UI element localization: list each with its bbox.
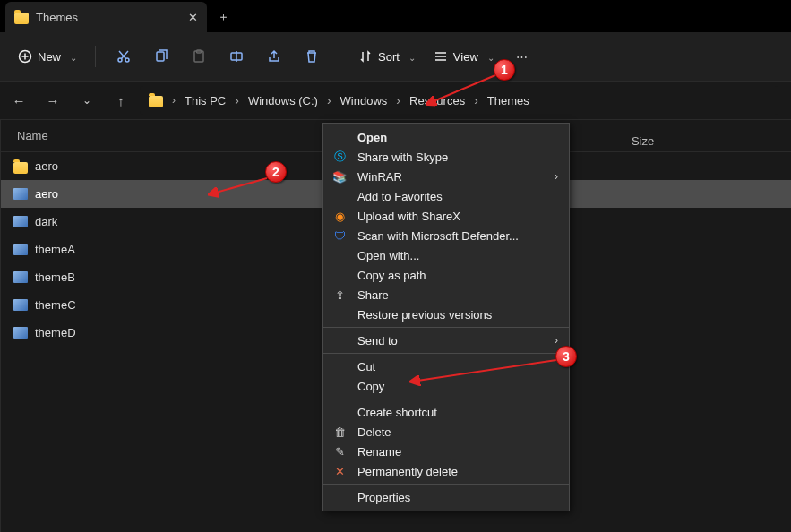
menu-share-skype[interactable]: ⓈShare with Skype [323,147,569,167]
menu-add-favorites[interactable]: Add to Favorites [323,186,569,206]
menu-create-shortcut[interactable]: Create shortcut [323,402,569,422]
skype-icon: Ⓢ [331,149,348,165]
sort-icon [358,49,373,64]
menu-send-to[interactable]: Send to› [323,330,569,350]
svg-line-7 [427,75,495,104]
copy-button[interactable] [146,41,176,72]
menu-winrar[interactable]: 📚WinRAR› [323,167,569,186]
callout-2: 2 [265,161,287,183]
menu-open[interactable]: Open [323,127,569,147]
submenu-arrow-icon: › [555,170,558,183]
callout-3: 3 [555,346,577,367]
menu-rename[interactable]: ✎Rename [323,442,569,461]
share-icon: ⇪ [331,288,348,302]
tab-title: Themes [36,11,78,24]
file-name: aero [35,159,58,173]
theme-file-icon [13,188,28,200]
svg-line-8 [210,178,267,194]
context-menu: Open ⓈShare with Skype 📚WinRAR› Add to F… [322,123,570,511]
folder-icon [14,13,29,24]
view-button[interactable]: View [428,41,500,72]
clipboard-icon [192,49,206,64]
menu-properties[interactable]: Properties [323,487,569,507]
menu-open-with[interactable]: Open with... [323,245,569,265]
crumb-this-pc[interactable]: This PC [185,93,239,107]
copy-icon [154,49,168,64]
up-button[interactable]: ↑ [106,85,136,116]
new-button[interactable]: New [13,41,82,72]
submenu-arrow-icon: › [555,334,558,347]
crumb-windows-c[interactable]: Windows (C:) [248,93,331,107]
new-icon [18,49,32,64]
trash-icon [305,49,319,64]
forward-button[interactable]: → [38,85,68,116]
cut-button[interactable] [108,41,139,72]
view-icon [434,49,448,64]
theme-file-icon [13,299,28,311]
title-bar-tabs: Themes ✕ ＋ [0,0,791,32]
theme-file-icon [13,271,28,283]
back-button[interactable]: ← [4,85,34,116]
svg-point-1 [118,58,122,62]
file-name: aero [35,187,58,201]
menu-copy-path[interactable]: Copy as path [323,265,569,285]
col-header-size[interactable]: Size [632,134,654,148]
menu-upload-sharex[interactable]: ◉Upload with ShareX [323,206,569,226]
menu-share[interactable]: ⇪Share [323,285,569,305]
delete-button[interactable] [297,41,327,72]
sharex-icon: ◉ [331,210,348,223]
perm-delete-icon: ✕ [331,465,348,478]
winrar-icon: 📚 [331,170,348,184]
callout-1: 1 [494,59,515,81]
file-name: themeA [35,243,75,256]
folder-icon [13,162,28,174]
menu-restore-versions[interactable]: Restore previous versions [323,305,569,324]
file-name: dark [35,215,57,228]
crumb-windows[interactable]: Windows [340,93,400,107]
share-icon [267,49,281,64]
new-tab-button[interactable]: ＋ [207,2,239,32]
file-name: themeC [35,298,76,312]
svg-rect-3 [157,52,164,61]
theme-file-icon [13,244,28,255]
file-name: themeD [35,326,76,339]
rename-icon: ✎ [331,445,348,459]
nav-row: ← → ⌄ ↑ › This PC Windows (C:) Windows R… [0,81,791,120]
svg-point-2 [125,58,129,62]
rename-button[interactable] [221,41,252,72]
menu-delete[interactable]: 🗑Delete [323,422,569,442]
toolbar: New Sort View ⋯ [0,32,791,81]
view-label: View [453,50,478,64]
chevron-right-icon: › [172,94,176,107]
theme-file-icon [13,216,28,227]
svg-line-9 [411,360,556,382]
paste-button[interactable] [184,41,214,72]
menu-permanently-delete[interactable]: ✕Permanently delete [323,461,569,481]
sort-button[interactable]: Sort [353,41,421,72]
sort-label: Sort [378,50,400,64]
share-button[interactable] [259,41,289,72]
menu-scan-defender[interactable]: 🛡Scan with Microsoft Defender... [323,226,569,245]
rename-icon [229,49,244,64]
scissors-icon [116,49,131,64]
history-chevron[interactable]: ⌄ [72,85,102,116]
theme-file-icon [13,327,28,339]
new-label: New [38,50,61,64]
folder-icon [149,96,163,107]
close-tab-icon[interactable]: ✕ [188,11,198,24]
defender-icon: 🛡 [331,229,348,243]
delete-icon: 🗑 [331,425,348,439]
tab-themes[interactable]: Themes ✕ [5,2,207,32]
file-name: themeB [35,270,75,284]
